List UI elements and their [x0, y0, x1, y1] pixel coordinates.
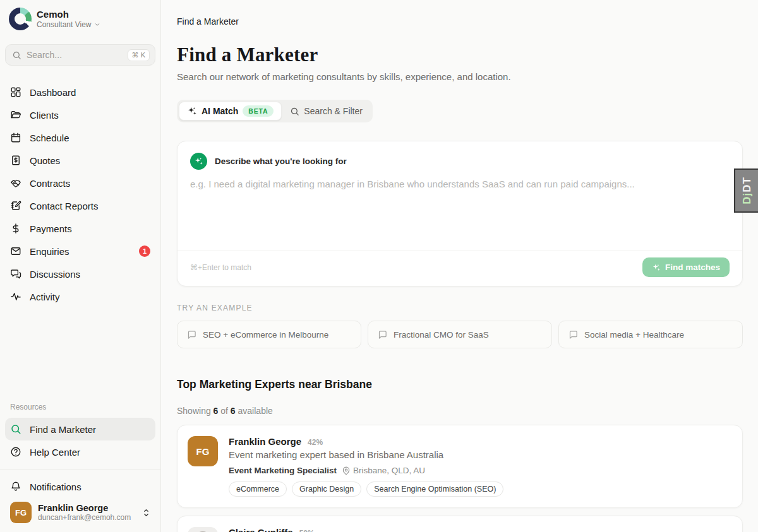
keyboard-hint: ⌘+Enter to match — [190, 263, 251, 272]
sidebar-item-help-center[interactable]: Help Center — [5, 440, 155, 463]
sidebar-divider — [0, 470, 160, 470]
brand-name: Cemoh — [37, 9, 100, 20]
chevron-down-icon — [94, 21, 100, 28]
skill-tags: eCommerce Graphic Design Search Engine O… — [229, 482, 503, 497]
sidebar-item-discussions[interactable]: Discussions — [5, 263, 155, 285]
search-icon — [290, 107, 299, 116]
sidebar-item-contracts[interactable]: Contracts — [5, 172, 155, 194]
django-debug-toolbar-handle[interactable]: DjDT — [734, 168, 758, 213]
try-example-label: TRY AN EXAMPLE — [177, 304, 743, 312]
expert-bio: Event marketing expert based in Brisbane… — [229, 449, 503, 460]
view-switcher[interactable]: Consultant View — [37, 20, 100, 29]
quote-document-icon — [10, 155, 21, 166]
cemoh-logo-icon — [9, 8, 32, 30]
sidebar-item-label: Notifications — [30, 482, 81, 492]
example-chip-social-healthcare[interactable]: Social media + Healthcare — [558, 321, 743, 348]
sidebar-item-quotes[interactable]: Quotes — [5, 149, 155, 172]
chevron-up-down-icon — [142, 508, 150, 517]
djdt-label: DjDT — [742, 177, 752, 204]
tab-search-filter[interactable]: Search & Filter — [282, 102, 371, 121]
calendar-icon — [10, 132, 21, 143]
mode-tabs: AI Match BETA Search & Filter — [177, 100, 373, 122]
map-pin-icon — [342, 466, 351, 475]
avatar: FG — [188, 436, 218, 466]
tab-label: Search & Filter — [304, 106, 363, 116]
ai-sparkles-icon — [190, 153, 207, 170]
handshake-icon — [10, 177, 21, 189]
total-count: 6 — [231, 406, 236, 416]
find-matches-label: Find matches — [665, 263, 720, 272]
expert-name: Franklin George — [229, 436, 301, 447]
user-name: Franklin George — [38, 503, 136, 514]
expert-name: Claire Cunliffe — [229, 527, 293, 532]
sidebar-item-activity[interactable]: Activity — [5, 285, 155, 308]
sidebar-item-enquiries[interactable]: Enquiries 1 — [5, 240, 155, 263]
search-icon — [10, 423, 21, 435]
match-percentage: 42% — [308, 438, 323, 447]
sidebar-item-label: Enquiries — [30, 246, 69, 257]
expert-card-claire-cunliffe[interactable]: Claire Cunliffe 50% I am a Talent Manage… — [177, 516, 743, 532]
brand[interactable]: Cemoh Consultant View — [5, 8, 155, 30]
activity-pulse-icon — [10, 291, 21, 302]
view-label: Consultant View — [37, 20, 92, 29]
example-chip-fractional-cmo[interactable]: Fractional CMO for SaaS — [368, 321, 552, 348]
ai-prompt-textarea[interactable] — [177, 174, 742, 248]
notebook-pen-icon — [10, 200, 21, 211]
sidebar-item-find-a-marketer[interactable]: Find a Marketer — [5, 418, 155, 440]
example-chip-seo-ecommerce[interactable]: SEO + eCommerce in Melbourne — [177, 321, 361, 348]
help-circle-icon — [10, 446, 21, 458]
main-content: Find a Marketer Find a Marketer Search o… — [161, 0, 758, 532]
ai-prompt-label: Describe what you're looking for — [215, 157, 347, 166]
expert-location: Brisbane, QLD, AU — [342, 466, 425, 475]
message-square-icon — [378, 330, 387, 340]
sidebar-item-label: Contracts — [30, 178, 70, 189]
sidebar-item-notifications[interactable]: Notifications — [5, 475, 155, 498]
sidebar-item-label: Clients — [30, 110, 59, 121]
breadcrumb: Find a Marketer — [177, 0, 743, 27]
skill-tag: Graphic Design — [292, 482, 361, 497]
skill-tag: Search Engine Optimisation (SEO) — [366, 482, 503, 497]
sidebar-item-payments[interactable]: Payments — [5, 217, 155, 240]
resources-section-label: Resources — [5, 403, 155, 411]
search-placeholder: Search... — [27, 50, 123, 60]
main-nav: Dashboard Clients Schedule Quotes Contra… — [5, 81, 155, 308]
bell-icon — [10, 481, 21, 492]
results-heading: Top Marketing Experts near Brisbane — [177, 378, 743, 391]
tab-ai-match[interactable]: AI Match BETA — [179, 102, 282, 121]
find-matches-button[interactable]: Find matches — [642, 257, 730, 277]
envelope-icon — [10, 245, 21, 257]
avatar: FG — [10, 502, 32, 523]
tab-label: AI Match — [202, 106, 238, 116]
sidebar: Cemoh Consultant View Search... ⌘ K Dash… — [0, 0, 161, 532]
sidebar-item-label: Contact Reports — [30, 201, 98, 211]
search-input[interactable]: Search... ⌘ K — [5, 44, 155, 66]
user-menu[interactable]: FG Franklin George duncan+frank@cemoh.co… — [5, 498, 155, 524]
chat-bubbles-icon — [10, 268, 21, 280]
skill-tag: eCommerce — [229, 482, 287, 497]
sidebar-item-schedule[interactable]: Schedule — [5, 126, 155, 149]
expert-role: Event Marketing Specialist — [229, 466, 337, 475]
sidebar-item-label: Payments — [30, 223, 72, 234]
beta-badge: BETA — [243, 105, 274, 117]
sparkles-icon — [187, 106, 197, 116]
example-chip-label: Fractional CMO for SaaS — [394, 330, 489, 340]
results-count: Showing 6 of 6 available — [177, 406, 743, 416]
sidebar-item-label: Find a Marketer — [30, 424, 96, 435]
example-chip-label: Social media + Healthcare — [584, 330, 684, 340]
folder-open-icon — [10, 109, 21, 121]
sidebar-item-label: Activity — [30, 292, 60, 302]
message-square-icon — [568, 330, 578, 340]
sidebar-item-label: Help Center — [30, 447, 80, 458]
sparkles-icon — [652, 263, 661, 272]
sidebar-item-clients[interactable]: Clients — [5, 103, 155, 126]
dashboard-grid-icon — [10, 86, 21, 98]
sidebar-item-contact-reports[interactable]: Contact Reports — [5, 194, 155, 217]
avatar-photo — [188, 527, 218, 532]
sidebar-item-label: Schedule — [30, 133, 69, 143]
sidebar-item-label: Dashboard — [30, 87, 76, 98]
search-icon — [12, 50, 21, 60]
shown-count: 6 — [214, 406, 219, 416]
sidebar-item-dashboard[interactable]: Dashboard — [5, 81, 155, 103]
search-shortcut-badge: ⌘ K — [128, 49, 150, 61]
expert-card-franklin-george[interactable]: FG Franklin George 42% Event marketing e… — [177, 425, 743, 508]
